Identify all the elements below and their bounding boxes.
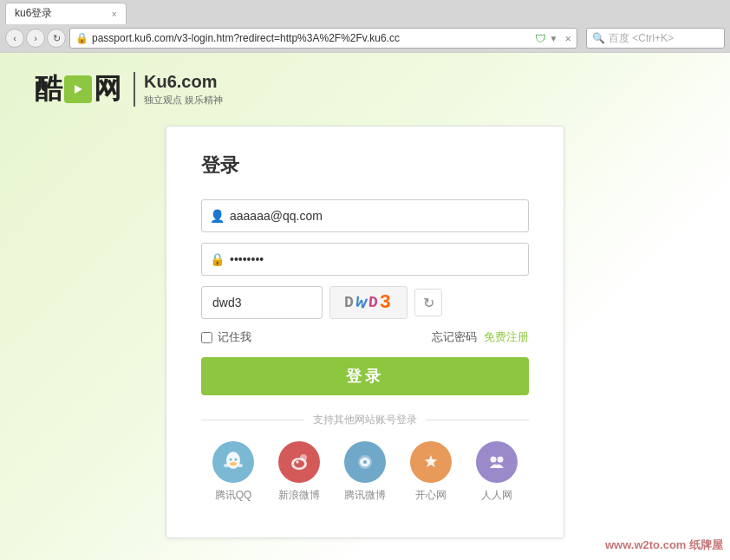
- svg-point-14: [498, 457, 504, 463]
- svg-point-4: [230, 462, 237, 466]
- social-weibo[interactable]: 新浪微博: [278, 441, 320, 503]
- svg-marker-0: [75, 85, 82, 94]
- svg-point-2: [230, 459, 232, 461]
- renren-label: 人人网: [481, 488, 512, 503]
- remember-checkbox[interactable]: [201, 332, 212, 343]
- tencent-weibo-label: 腾讯微博: [344, 488, 386, 503]
- search-placeholder: 百度 <Ctrl+K>: [609, 31, 674, 46]
- svg-point-9: [300, 454, 307, 461]
- login-button[interactable]: 登录: [201, 357, 529, 395]
- address-icon: 🔒: [75, 32, 88, 44]
- dropdown-icon[interactable]: ▼: [550, 34, 558, 43]
- password-input[interactable]: [201, 243, 529, 276]
- forgot-link[interactable]: 忘记密码: [432, 329, 477, 345]
- tencent-weibo-icon: [344, 441, 386, 483]
- tab-close-button[interactable]: ×: [112, 9, 117, 19]
- address-text: passport.ku6.com/v3-login.htm?redirect=h…: [92, 32, 531, 44]
- weibo-icon: [278, 441, 320, 483]
- search-icon: 🔍: [592, 32, 605, 44]
- tab-bar: ku6登录 ×: [0, 0, 730, 24]
- social-renren[interactable]: 人人网: [476, 441, 518, 503]
- social-row: 腾讯QQ 新浪微博: [201, 441, 529, 503]
- remember-left: 记住我: [201, 329, 251, 345]
- svg-point-12: [363, 460, 367, 464]
- register-link[interactable]: 免费注册: [484, 329, 529, 345]
- login-card: 登录 👤 🔒 D w D 3 ↻ 记住我: [166, 126, 564, 538]
- address-bar[interactable]: 🔒 passport.ku6.com/v3-login.htm?redirect…: [69, 28, 577, 49]
- logo-tagline: 独立观点 娱乐精神: [144, 94, 223, 107]
- captcha-input[interactable]: [201, 286, 323, 319]
- renren-icon: [476, 441, 518, 483]
- email-group: 👤: [201, 199, 529, 232]
- browser-chrome: ku6登录 × ‹ › ↻ 🔒 passport.ku6.com/v3-logi…: [0, 0, 730, 53]
- browser-toolbar: ‹ › ↻ 🔒 passport.ku6.com/v3-login.htm?re…: [0, 24, 730, 52]
- reload-button[interactable]: ↻: [47, 29, 66, 48]
- captcha-row: D w D 3 ↻: [201, 286, 529, 319]
- svg-point-5: [224, 464, 229, 467]
- logo-area: 酷 网 Ku6.com 独立观点 娱乐精神: [35, 70, 223, 108]
- active-tab[interactable]: ku6登录 ×: [5, 3, 127, 24]
- password-group: 🔒: [201, 243, 529, 276]
- tab-label: ku6登录: [15, 6, 52, 21]
- back-button[interactable]: ‹: [5, 29, 24, 48]
- divider-right: [426, 420, 529, 420]
- remember-label: 记住我: [218, 329, 251, 345]
- svg-point-10: [297, 461, 299, 464]
- third-party-label: 支持其他网站账号登录: [313, 413, 417, 427]
- site-header: 酷 网 Ku6.com 独立观点 娱乐精神: [0, 53, 730, 126]
- captcha-image: D w D 3: [329, 286, 407, 319]
- remember-row: 记住我 忘记密码 免费注册: [201, 329, 529, 345]
- page-content: 酷 网 Ku6.com 独立观点 娱乐精神 登录 👤 🔒: [0, 53, 730, 560]
- nav-buttons: ‹ › ↻: [5, 29, 66, 48]
- watermark: www.w2to.com 纸牌屋: [605, 537, 723, 553]
- qq-label: 腾讯QQ: [215, 488, 252, 503]
- kaixin-icon: [410, 441, 452, 483]
- email-input[interactable]: [201, 199, 529, 232]
- social-kaixin[interactable]: 开心网: [410, 441, 452, 503]
- logo-chinese: 酷: [35, 70, 62, 108]
- logo-en: Ku6.com: [144, 72, 223, 92]
- captcha-refresh-button[interactable]: ↻: [414, 289, 442, 316]
- social-tencent-weibo[interactable]: 腾讯微博: [344, 441, 386, 503]
- watermark-text: www.w2to.com 纸牌屋: [605, 538, 723, 551]
- captcha-char-4: 3: [380, 292, 393, 314]
- search-bar[interactable]: 🔍 百度 <Ctrl+K>: [586, 28, 725, 49]
- shield-icon: 🛡: [535, 32, 546, 45]
- close-tab-icon[interactable]: ×: [564, 32, 571, 45]
- user-icon: 👤: [210, 209, 225, 223]
- social-qq[interactable]: 腾讯QQ: [212, 441, 254, 503]
- captcha-char-3: D: [368, 293, 381, 311]
- svg-point-13: [491, 457, 497, 463]
- logo-play-icon: [64, 75, 92, 103]
- login-title: 登录: [201, 153, 529, 179]
- weibo-label: 新浪微博: [278, 488, 320, 503]
- svg-point-3: [235, 459, 238, 461]
- lock-icon: 🔒: [210, 252, 225, 266]
- kaixin-label: 开心网: [415, 488, 446, 503]
- divider-row: 支持其他网站账号登录: [201, 413, 529, 427]
- logo-wang: 网: [94, 70, 121, 108]
- forward-button[interactable]: ›: [26, 29, 45, 48]
- remember-links: 忘记密码 免费注册: [432, 329, 529, 345]
- logo: 酷 网: [35, 70, 121, 108]
- qq-icon: [212, 441, 254, 483]
- divider-left: [201, 420, 304, 420]
- logo-ku6-text: Ku6.com 独立观点 娱乐精神: [134, 72, 223, 107]
- svg-point-6: [238, 464, 243, 467]
